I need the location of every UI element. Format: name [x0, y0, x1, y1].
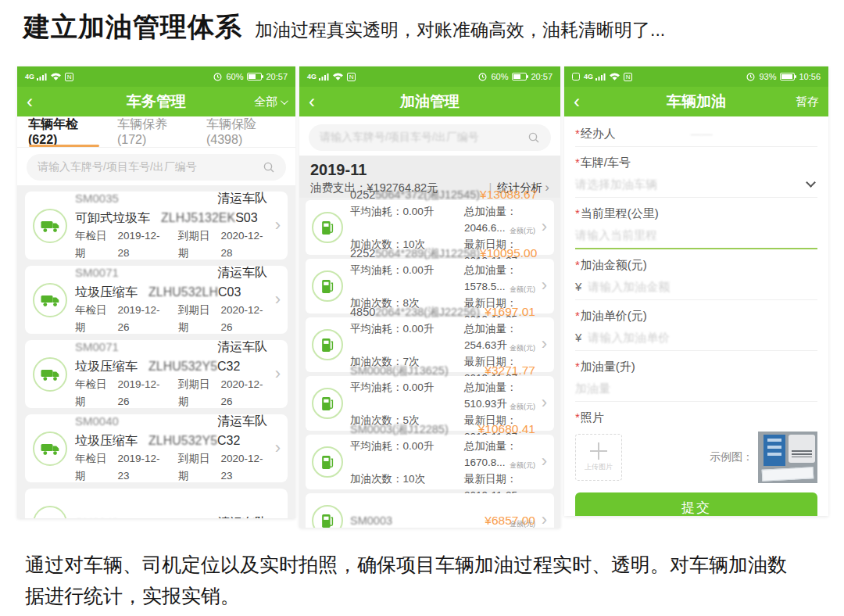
vehicle-team: 清运车队: [217, 412, 267, 431]
page-subtitle: 加油过程真实透明，对账准确高效，油耗清晰明了...: [255, 18, 665, 42]
truck-icon: [40, 218, 61, 234]
battery-percent: 93%: [759, 72, 776, 81]
refuel-record-row[interactable]: SM0003(湘J12285)¥10680.41 平均油耗：0.00升总加油量：…: [306, 435, 554, 489]
inspect-date: 2019-12-28: [118, 227, 164, 262]
fuel-pump-icon: [320, 513, 335, 528]
submit-button[interactable]: 提交: [575, 492, 817, 516]
save-draft-button[interactable]: 暂存: [796, 95, 819, 109]
inspect-date: 2019-12-26: [118, 302, 164, 336]
chevron-right-icon: ›: [275, 363, 281, 383]
photo-label: *照片: [575, 410, 817, 425]
plus-icon: [590, 442, 607, 460]
month-label: 2019-11: [310, 159, 549, 180]
refuel-record-row[interactable]: SM0003¥6857.00 金额(元) ›: [306, 493, 554, 528]
chevron-right-icon: ›: [542, 275, 547, 295]
vehicle-plate: ZLHU532LHC03: [148, 282, 241, 302]
record-code: 02525064*372(湘J12545): [350, 187, 480, 203]
mileage-input[interactable]: 请输入当前里程: [575, 227, 817, 249]
upload-photo-button[interactable]: 上传图片: [575, 434, 622, 481]
vehicle-team: 清运车队: [217, 263, 267, 282]
inspect-date: 2019-12-26: [118, 376, 164, 410]
price-input[interactable]: ¥请输入加油单价: [575, 330, 817, 351]
vehicle-plate: ZLHU532Y5C32: [148, 356, 240, 376]
wifi-icon: [333, 73, 343, 81]
nav-bar: ‹ 加油管理: [299, 87, 560, 116]
nfc-icon: N: [65, 73, 73, 81]
vehicle-team: 清运车队: [217, 338, 267, 356]
vehicle-code: SM0035: [75, 189, 119, 208]
vehicle-row[interactable]: SM0071清运车队 垃圾压缩车ZLHU532Y5C32 年检日期2019-12…: [25, 340, 288, 408]
vehicle-plate: ZLHU532Y5C32: [148, 431, 240, 450]
fuel-pump-icon: [320, 220, 335, 236]
wifi-icon: [51, 73, 61, 81]
vehicle-type: 可卸式垃圾车: [75, 208, 150, 227]
search-placeholder: 请输入车牌号/项目车号/出厂编号: [320, 131, 479, 145]
vehicle-code: SM0071: [75, 263, 119, 282]
screenshot-vehicle-management: 4G N 60% 20:57 ‹ 车务管理 全部 车辆年检(622) 车辆保养(…: [17, 66, 295, 518]
network-type-label: 4G: [307, 73, 316, 81]
nav-bar: ‹ 车辆加油 暂存: [564, 87, 828, 116]
record-amount: ¥3271.77: [485, 362, 535, 378]
screenshot-vehicle-refuel-form: 4G N 93% 10:56 ‹ 车辆加油 暂存 *经办人 —— *车牌/车号 …: [564, 66, 828, 516]
amount-input[interactable]: ¥请输入加油金额: [575, 279, 817, 300]
status-bar: 4G N 60% 20:57: [17, 66, 295, 87]
battery-icon: [780, 73, 795, 81]
footer-description: 通过对车辆、司机定位以及实时拍照，确保项目车辆加油过程实时、透明。对车辆加油数据…: [25, 549, 800, 611]
record-code: 48502064*238(湘J22256): [350, 304, 480, 321]
truck-icon: [40, 515, 61, 519]
vehicle-row[interactable]: SM0040清运车队 垃圾压缩车ZLHU532Y5C32 年检日期2019-12…: [25, 414, 288, 482]
vehicle-type: 垃圾压缩车: [75, 282, 138, 302]
truck-icon: [40, 441, 61, 457]
battery-percent: 60%: [226, 72, 243, 81]
alarm-icon: [478, 73, 487, 81]
battery-percent: 60%: [491, 72, 508, 81]
tab-maintenance[interactable]: 车辆保养(172): [117, 116, 189, 147]
expire-date: 2020-12-26: [221, 302, 267, 336]
chevron-right-icon: ›: [275, 437, 281, 457]
caret-down-icon: [281, 97, 288, 105]
refuel-form: *经办人 —— *车牌/车号 请选择加油车辆 *当前里程(公里) 请输入当前里程…: [564, 116, 828, 516]
tab-insurance[interactable]: 车辆保险(4398): [206, 116, 284, 147]
back-icon[interactable]: ‹: [574, 92, 610, 111]
page: 建立加油管理体系 加油过程真实透明，对账准确高效，油耗清晰明了... 4G N …: [0, 0, 844, 616]
vehicle-select[interactable]: 请选择加油车辆: [575, 177, 817, 198]
nav-title: 车务管理: [63, 91, 250, 112]
status-bar: 4G N 93% 10:56: [564, 66, 828, 87]
search-input[interactable]: 请输入车牌号/项目车号/出厂编号: [309, 124, 551, 151]
filter-all-button[interactable]: 全部: [250, 95, 286, 109]
vehicle-row[interactable]: SM0040清运车队: [25, 489, 288, 518]
total-volume: 2046.6...: [464, 222, 506, 234]
tab-annual-inspection[interactable]: 车辆年检(622): [28, 116, 100, 147]
vehicle-code: SM0040: [75, 514, 119, 519]
vehicle-row[interactable]: SM0071清运车队 垃圾压缩车ZLHU532LHC03 年检日期2019-12…: [25, 266, 288, 334]
nav-title: 车辆加油: [610, 91, 783, 112]
tab-bar: 车辆年检(622) 车辆保养(172) 车辆保险(4398): [17, 116, 295, 148]
status-time: 20:57: [531, 72, 553, 81]
record-amount: ¥13088.67: [480, 186, 537, 202]
refuel-record-list: 02525064*372(湘J12545)¥13088.67 平均油耗：0.00…: [299, 198, 560, 528]
fuel-pump-icon: [320, 396, 335, 412]
signal-icon: [319, 73, 329, 81]
status-time: 10:56: [799, 72, 821, 81]
handler-label: 经办人: [581, 127, 616, 140]
volume-input[interactable]: 加油量: [575, 381, 817, 402]
back-icon[interactable]: ‹: [309, 92, 345, 111]
amount-unit-label: 金额(元): [510, 519, 535, 528]
alarm-icon: [213, 73, 222, 81]
truck-icon: [40, 367, 61, 382]
search-icon: [263, 161, 275, 174]
mileage-label: *当前里程(公里): [575, 206, 817, 221]
example-photo: [758, 432, 817, 483]
status-time: 20:57: [266, 72, 288, 81]
vehicle-row[interactable]: SM0035清运车队 可卸式垃圾车ZLHJ5132EKS03 年检日期2019-…: [25, 192, 288, 260]
back-icon[interactable]: ‹: [27, 92, 63, 111]
search-input[interactable]: 请输入车牌号/项目车号/出厂编号: [27, 154, 286, 181]
avg-consumption: 0.00升: [403, 206, 435, 217]
volume-label: *加油量(升): [575, 359, 817, 374]
record-code: SM0003(湘J12285): [350, 421, 449, 438]
fuel-pump-icon: [320, 278, 335, 295]
status-bar: 4G N 60% 20:57: [299, 66, 560, 87]
nav-bar: ‹ 车务管理 全部: [17, 87, 295, 116]
record-code: SM0008(湘J13625): [350, 363, 449, 379]
expire-label: 到期日期: [178, 227, 215, 262]
